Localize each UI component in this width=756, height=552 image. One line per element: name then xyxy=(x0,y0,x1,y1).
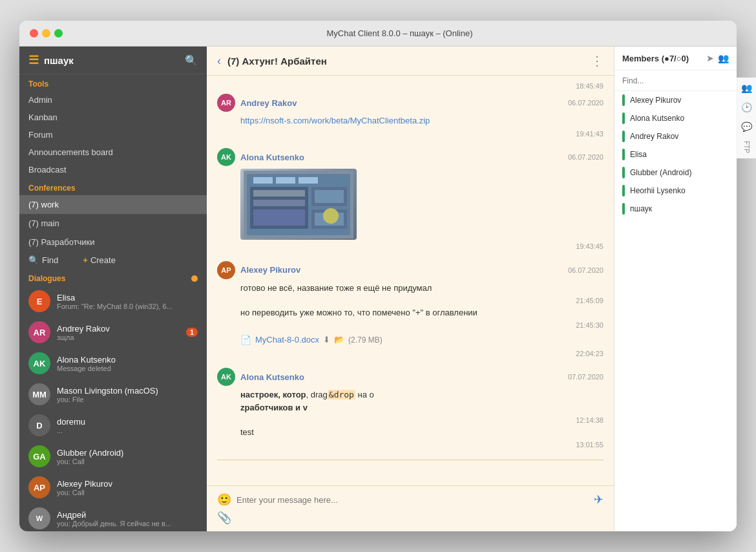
file-size: (2.79 MB) xyxy=(348,334,383,346)
username-label: пшаук xyxy=(44,55,74,66)
member-status-bar xyxy=(622,149,625,160)
avatar: AR xyxy=(28,321,50,343)
dialogue-info: Alona Kutsenko Message deleted xyxy=(57,355,198,372)
window-title: MyChat Client 8.0.0 – пшаук – (Online) xyxy=(73,28,726,38)
folder-icon[interactable]: 📂 xyxy=(334,334,344,346)
member-item-heorhii[interactable]: Heorhii Lysenko xyxy=(614,182,737,200)
message-text-line: test xyxy=(240,426,604,439)
dialogue-item-andrey-rakov[interactable]: AR Andrey Rakov зщла 1 xyxy=(19,317,207,348)
hamburger-icon[interactable]: ☰ xyxy=(28,53,39,67)
download-icon[interactable]: ⬇ xyxy=(323,334,330,346)
dialogues-label: Dialogues xyxy=(28,274,65,283)
close-button[interactable] xyxy=(30,29,38,37)
dialogue-item-doremu[interactable]: D doremu ... xyxy=(19,410,207,441)
divider xyxy=(217,460,604,460)
message-group: AP Alexey Pikurov 06.07.2020 готово не в… xyxy=(217,261,604,359)
member-item-alona[interactable]: Alona Kutsenko xyxy=(614,109,737,127)
dialogue-item-andrey2[interactable]: W Андрей you: Добрый день. Я сейчас не в… xyxy=(19,503,207,531)
dialogue-item-glubber[interactable]: GA Glubber (Android) you: Call xyxy=(19,441,207,472)
code-text: &drop xyxy=(328,390,355,399)
emoji-button[interactable]: 🙂 xyxy=(217,493,231,507)
sidebar-item-broadcast[interactable]: Broadcast xyxy=(19,161,207,178)
chat-header-left: ‹ (7) Ахтунг! Арбайтен xyxy=(217,54,327,68)
sender-avatar: AP xyxy=(217,261,235,279)
file-name-link[interactable]: MyChat-8-0.docx xyxy=(255,334,319,346)
maximize-button[interactable] xyxy=(54,29,63,37)
avatar: AK xyxy=(28,352,50,374)
dialogue-item-mason[interactable]: MM Mason Livingston (macOS) you: File xyxy=(19,379,207,410)
dialogue-preview: you: Call xyxy=(57,489,198,496)
message-date: 07.07.2020 xyxy=(568,373,604,381)
avatar: D xyxy=(28,414,50,436)
dialogue-preview: you: Call xyxy=(57,458,198,465)
find-button[interactable]: 🔍 Find xyxy=(28,255,58,265)
right-panel: Members (●7/○0) ➤ 👥 Alexey Pikurov Alona… xyxy=(614,47,737,531)
avatar: MM xyxy=(28,383,50,405)
dialogue-info: Андрей you: Добрый день. Я сейчас не в..… xyxy=(57,510,198,527)
sidebar-item-admin[interactable]: Admin xyxy=(19,91,207,109)
message-input[interactable] xyxy=(236,495,589,505)
dialogues-header: Dialogues xyxy=(19,269,207,286)
sender-avatar: AK xyxy=(217,368,235,386)
traffic-lights xyxy=(30,29,63,37)
back-button[interactable]: ‹ xyxy=(217,54,221,68)
create-button[interactable]: + Create xyxy=(83,255,116,265)
main-content: ☰ пшаук 🔍 Tools Admin Kanban Forum Annou… xyxy=(19,47,737,531)
dialogue-info: Andrey Rakov зщла xyxy=(57,324,180,341)
dialogue-preview: Message deleted xyxy=(57,365,198,372)
member-status-bar xyxy=(622,185,625,196)
member-name: пшаук xyxy=(630,204,652,213)
conference-item-razrab[interactable]: (7) Разработчики xyxy=(19,233,207,251)
dialogue-name: doremu xyxy=(57,417,198,427)
members-panel-icons: ➤ 👥 xyxy=(706,53,729,63)
svg-rect-8 xyxy=(315,190,344,203)
dialogue-info: Elisa Forum: "Re: MyChat 8.0 (win32), 6.… xyxy=(57,293,198,310)
sender-name: Alona Kutsenko xyxy=(240,153,304,162)
member-item-alexey[interactable]: Alexey Pikurov xyxy=(614,91,737,109)
chat-area: ‹ (7) Ахтунг! Арбайтен ⋮ 18:45:49 AR And… xyxy=(207,47,614,531)
member-item-elisa[interactable]: Elisa xyxy=(614,145,737,164)
top-timestamp: 18:45:49 xyxy=(217,82,604,90)
dialogue-item-alexey[interactable]: AP Alexey Pikurov you: Call xyxy=(19,472,207,503)
message-body: готово не всё, название тоже я ещё не пр… xyxy=(240,282,604,359)
sidebar-logo: ☰ пшаук xyxy=(28,53,74,67)
users-icon[interactable]: 👥 xyxy=(718,53,729,63)
dialogue-item-alona[interactable]: AK Alona Kutsenko Message deleted xyxy=(19,348,207,379)
message-styled-line2: zработчиков и v xyxy=(240,401,604,414)
dialogue-info: doremu ... xyxy=(57,417,198,434)
message-text-line: но переводить уже можно то, что помечено… xyxy=(240,306,604,319)
message-body: настроек, котор, drag&drop на о zработчи… xyxy=(240,388,604,451)
unread-badge: 1 xyxy=(186,328,198,337)
message-date: 06.07.2020 xyxy=(568,99,604,107)
member-item-glubber[interactable]: Glubber (Android) xyxy=(614,164,737,182)
sidebar-item-forum[interactable]: Forum xyxy=(19,126,207,143)
send-button[interactable]: ✈ xyxy=(594,493,604,507)
conference-item-work[interactable]: (7) work xyxy=(19,195,207,214)
member-item-andrey-rakov[interactable]: Andrey Rakov xyxy=(614,127,737,145)
sidebar-item-kanban[interactable]: Kanban xyxy=(19,109,207,126)
attach-button[interactable]: 📎 xyxy=(217,511,231,524)
conference-item-main[interactable]: (7) main xyxy=(19,214,207,233)
export-icon[interactable]: ➤ xyxy=(706,53,714,63)
member-name: Elisa xyxy=(630,150,647,159)
file-attachment: 📄 MyChat-8-0.docx ⬇ 📂 (2.79 MB) xyxy=(240,334,604,347)
members-search-input[interactable] xyxy=(622,76,729,85)
dialogues-notification-dot xyxy=(191,275,198,282)
svg-rect-12 xyxy=(299,177,318,184)
avatar: W xyxy=(28,507,50,529)
dialogue-name: Glubber (Android) xyxy=(57,448,198,458)
sidebar-search-icon[interactable]: 🔍 xyxy=(185,54,198,67)
avatar: GA xyxy=(28,445,50,467)
minimize-button[interactable] xyxy=(42,29,50,37)
message-link[interactable]: https://nsoft-s.com/work/beta/MyChatClie… xyxy=(240,116,430,125)
tools-section-label: Tools xyxy=(19,74,207,91)
message-image[interactable] xyxy=(240,169,357,240)
members-title: Members (●7/○0) xyxy=(622,54,689,63)
member-name: Heorhii Lysenko xyxy=(630,186,686,195)
member-item-pshauk[interactable]: пшаук xyxy=(614,200,737,218)
dialogue-item-elisa[interactable]: E Elisa Forum: "Re: MyChat 8.0 (win32), … xyxy=(19,286,207,317)
chat-header: ‹ (7) Ахтунг! Арбайтен ⋮ xyxy=(207,47,614,76)
chat-menu-button[interactable]: ⋮ xyxy=(591,53,604,69)
sidebar-item-announcements[interactable]: Announcements board xyxy=(19,143,207,161)
avatar: E xyxy=(28,290,50,312)
